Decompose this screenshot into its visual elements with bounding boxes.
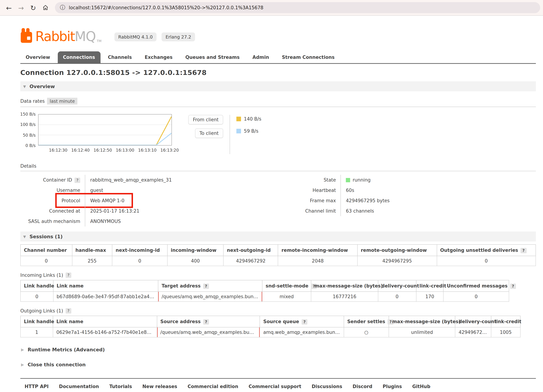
collapse-triangle-icon: ▼ <box>23 84 26 88</box>
divider <box>20 171 536 171</box>
help-icon[interactable]: ? <box>520 248 526 253</box>
section-header-runtime-metrics[interactable]: ▶ Runtime Metrics (Advanced) <box>21 347 536 352</box>
url-text[interactable]: localhost:15672/#/connections/127.0.0.1%… <box>69 5 263 10</box>
section-title-sessions: Sessions (1) <box>29 234 62 239</box>
tab-connections[interactable]: Connections <box>58 51 100 63</box>
page-title: Connection 127.0.0.1:58015 -> 127.0.0.1:… <box>20 68 536 76</box>
heartbeat-value: 60s <box>340 185 354 195</box>
outgoing-links-data-row: 1 0629e7a1-4156-b146-a752-f7b40e1e821d /… <box>21 327 520 337</box>
footer-link-tutorials[interactable]: Tutorials <box>109 384 132 389</box>
col-source-queue: Source queue? <box>260 316 344 327</box>
col-link-credit: link-credit <box>416 280 443 292</box>
tab-admin[interactable]: Admin <box>247 51 274 63</box>
page-body: RabbitMQTM RabbitMQ 4.1.0 Erlang 27.2 Ov… <box>0 26 543 389</box>
footer-link-new-releases[interactable]: New releases <box>142 384 177 389</box>
chart-plot-column: 16:12:3016:12:4016:12:5016:13:0016:13:10… <box>38 114 172 154</box>
tab-channels[interactable]: Channels <box>102 51 137 63</box>
help-icon[interactable]: ? <box>510 284 516 289</box>
home-glyph <box>42 5 48 11</box>
legend-button-from-client[interactable]: From client <box>188 115 223 125</box>
footer-link-commercial-edition[interactable]: Commercial edition <box>187 384 238 389</box>
browser-toolbar: ← → ↻ ⓘ localhost:15672/#/connections/12… <box>0 0 543 16</box>
rabbitmq-version-badge: RabbitMQ 4.1.0 <box>114 33 157 41</box>
cell-remote-outgoing-window: 4294967295 <box>357 256 437 266</box>
address-bar[interactable]: ⓘ localhost:15672/#/connections/127.0.0.… <box>55 2 540 13</box>
screen: ← → ↻ ⓘ localhost:15672/#/connections/12… <box>0 0 543 392</box>
help-icon[interactable]: ? <box>66 273 71 278</box>
footer-link-github[interactable]: GitHub <box>412 384 430 389</box>
col-link-name: Link name <box>53 280 158 292</box>
section-header-sessions[interactable]: ▼ Sessions (1) <box>20 232 536 241</box>
footer-link-commercial-support[interactable]: Commercial support <box>249 384 301 389</box>
detail-row-container-id: Container ID? rabbitmq_web_amqp_examples… <box>20 175 257 185</box>
rate-line-chart <box>39 114 171 145</box>
tab-stream-connections[interactable]: Stream Connections <box>277 51 340 63</box>
frame-max-label: Frame max <box>257 195 336 206</box>
tab-queues-and-streams[interactable]: Queues and Streams <box>180 51 245 63</box>
cell-source-queue: amq.web_amqp_examples.bunny <box>260 327 344 337</box>
data-rates-label: Data rates <box>20 98 45 104</box>
details-grid: Container ID? rabbitmq_web_amqp_examples… <box>20 175 536 227</box>
col-target-address: Target address? <box>158 280 262 292</box>
footer-link-plugins[interactable]: Plugins <box>383 384 402 389</box>
username-label: Username <box>20 185 80 195</box>
tab-overview[interactable]: Overview <box>20 51 56 63</box>
site-info-icon[interactable]: ⓘ <box>60 4 65 11</box>
col-delivery-count: delivery-count <box>378 280 416 292</box>
username-value: guest <box>85 185 103 195</box>
x-tick-label: 16:12:50 <box>94 148 112 153</box>
protocol-value: Web AMQP 1-0 <box>85 195 124 206</box>
col-snd-settle-mode: snd-settle-mode? <box>262 280 311 292</box>
tab-exchanges[interactable]: Exchanges <box>139 51 178 63</box>
footer-link-http-api[interactable]: HTTP API <box>25 384 49 389</box>
cell-link-credit: 1005 <box>491 327 520 337</box>
detail-row-sasl: SASL auth mechanism ANONYMOUS <box>20 216 257 227</box>
y-tick-label: 150 B/s <box>20 112 36 117</box>
col-link-handle: Link handle <box>21 280 53 292</box>
cell-max-message-size: unlimited <box>389 327 455 337</box>
cell-outgoing-unsettled: 0 <box>437 256 536 266</box>
section-header-overview[interactable]: ▼ Overview <box>20 81 536 91</box>
back-icon[interactable]: ← <box>3 2 15 14</box>
help-icon[interactable]: ? <box>203 284 209 289</box>
frame-max-value: 4294967295 bytes <box>340 195 390 206</box>
col-outgoing-unsettled: Outgoing unsettled deliveries? <box>437 244 536 256</box>
rate-mode-chip[interactable]: last minute <box>47 98 77 104</box>
help-icon[interactable]: ? <box>302 319 307 324</box>
section-header-close-connection[interactable]: ▶ Close this connection <box>21 362 536 367</box>
chart-y-axis: 150 B/s100 B/s50 B/s0 B/s <box>20 114 38 146</box>
incoming-links-header-row: Link handle Link name Target address? sn… <box>21 280 509 292</box>
legend-button-to-client[interactable]: To client <box>195 128 223 138</box>
collapse-triangle-icon: ▶ <box>21 347 24 352</box>
footer-link-documentation[interactable]: Documentation <box>59 384 99 389</box>
help-icon[interactable]: ? <box>66 308 71 313</box>
y-tick-label: 0 B/s <box>25 143 36 148</box>
sender-settles-label: Sender settles <box>347 319 385 324</box>
data-rates-chart: 150 B/s100 B/s50 B/s0 B/s 16:12:3016:12:… <box>20 114 536 154</box>
cell-link-name: b67d8689-0a6e-3e47-95df-87abb1e2a41c <box>53 292 158 301</box>
footer-link-discussions[interactable]: Discussions <box>312 384 342 389</box>
help-icon[interactable]: ? <box>74 178 80 183</box>
col-unconfirmed-messages: Unconfirmed messages? <box>443 280 509 292</box>
from-client-swatch <box>236 117 241 121</box>
forward-icon[interactable]: → <box>15 2 27 14</box>
cell-incoming-window: 400 <box>167 256 224 266</box>
cell-next-incoming-id: 0 <box>112 256 167 266</box>
unconfirmed-messages-label: Unconfirmed messages <box>447 283 508 289</box>
close-connection-title: Close this connection <box>28 362 86 367</box>
rabbitmq-logo[interactable]: RabbitMQTM <box>20 28 102 44</box>
running-state-swatch <box>346 178 350 182</box>
col-link-handle: Link handle <box>21 316 53 327</box>
legend-values: 140 B/s 59 B/s <box>230 116 261 154</box>
version-badges: RabbitMQ 4.1.0 Erlang 27.2 <box>114 33 195 41</box>
x-tick-label: 16:12:40 <box>71 148 90 153</box>
cell-link-handle: 0 <box>21 292 53 301</box>
footer-link-discord[interactable]: Discord <box>353 384 372 389</box>
reload-icon[interactable]: ↻ <box>27 2 39 14</box>
help-icon[interactable]: ? <box>203 319 209 324</box>
legend-value-from-client: 140 B/s <box>236 116 261 122</box>
target-address-label: Target address <box>162 283 201 289</box>
sasl-value: ANONYMOUS <box>85 216 121 227</box>
legend-buttons: From client To client <box>188 115 230 154</box>
home-icon[interactable] <box>39 2 51 14</box>
